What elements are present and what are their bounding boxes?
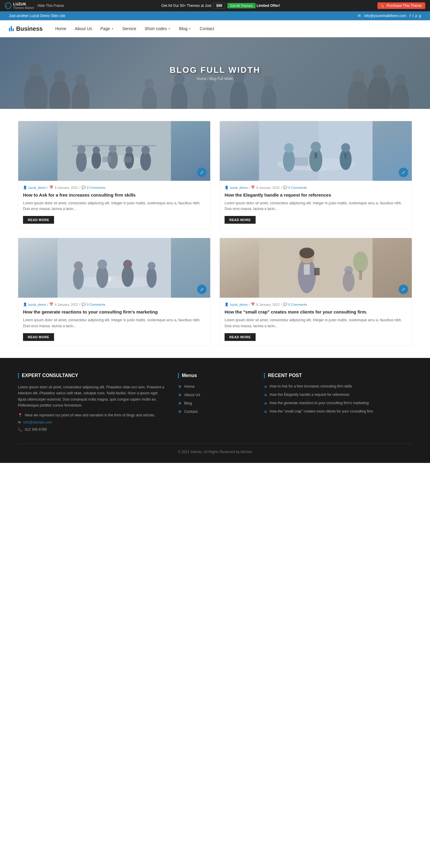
meta-sep-8: / (281, 303, 282, 306)
svg-point-12 (391, 82, 409, 109)
footer-post-3[interactable]: ❖ How the generate reactions to your con… (264, 401, 412, 406)
blog-date-1: 8 January, 2022 (55, 186, 78, 189)
footer: EXPERT CONSULTANCY Lorem ipsum dolor sit… (0, 358, 430, 463)
nav-contact[interactable]: Contact (196, 24, 218, 33)
read-more-button-1[interactable]: READ MORE (23, 216, 54, 224)
footer-menu-blog[interactable]: ❖ Blog (178, 401, 252, 406)
share-button-1[interactable]: ⤢ (197, 167, 207, 177)
blog-date-2: 8 January, 2022 (256, 186, 280, 189)
nav-links: Home About Us Page ▼ Service Short codes… (52, 24, 218, 33)
info-bar-right: ✉ info@youremaildhere.com f t p g (358, 14, 421, 18)
svg-rect-42 (295, 157, 309, 166)
footer-post-label-3: How the generate reactions to your consu… (270, 401, 369, 405)
svg-point-63 (148, 262, 155, 270)
footer-post-1[interactable]: ❖ How to Ask for a free increases consul… (264, 384, 412, 389)
nav-about[interactable]: About Us (71, 24, 95, 33)
read-more-button-3[interactable]: READ MORE (23, 333, 54, 341)
facebook-icon[interactable]: f (410, 14, 410, 18)
blog-comments-2[interactable]: 0 Comments (288, 186, 307, 189)
footer-menu-about[interactable]: ❖ About Us (178, 393, 252, 397)
blog-grid: ⤢ 👤 luzuk_demo / 📅 8 January, 2022 / 💬 0… (18, 121, 412, 346)
get-all-button[interactable]: Get All Themes (227, 3, 256, 8)
nav-shortcodes[interactable]: Short codes ▼ (141, 24, 174, 33)
meta-sep-3: / (249, 186, 250, 189)
nav-service[interactable]: Service (119, 24, 140, 33)
post-icon-3: ❖ (264, 402, 267, 406)
nav-home[interactable]: Home (52, 24, 70, 33)
svg-point-53 (73, 276, 156, 288)
svg-point-23 (264, 76, 274, 86)
gift-icon: 🎁 (381, 4, 385, 8)
user-icon-4: 👤 (225, 303, 229, 306)
footer-phone-item: 📞 012 345 6789 (18, 428, 166, 432)
nav-page[interactable]: Page ▼ (97, 24, 118, 33)
brand-bars-icon (9, 26, 14, 31)
footer-bottom: © 2021 Interrio, All Rights Reserved by … (18, 443, 412, 454)
limited-offer-text: Limited Offer! (257, 4, 280, 8)
nav-contact-label: Contact (200, 26, 214, 31)
breadcrumb-text: Home / Blog Full Width (197, 77, 233, 81)
nav-home-label: Home (55, 26, 66, 31)
menu-arrow-icon-about: ❖ (178, 393, 182, 397)
svg-point-5 (54, 70, 66, 82)
read-more-button-4[interactable]: READ MORE (225, 333, 256, 341)
svg-rect-74 (304, 264, 310, 275)
read-more-button-2[interactable]: READ MORE (225, 216, 256, 224)
pinterest-icon[interactable]: p (415, 14, 418, 18)
purchase-button[interactable]: 🎁 Purchase This Theme (377, 2, 425, 9)
footer-menu-label-contact: Contact (184, 409, 198, 414)
brand: Business (9, 25, 43, 32)
blog-meta-4: 👤 luzuk_demo / 📅 8 January, 2022 / 💬 0 C… (225, 303, 407, 306)
footer-post-label-2: How the Elegantly handle a request for r… (270, 393, 349, 397)
blog-excerpt-1: Lorem ipsum dolor sit amet, consectetur … (23, 200, 205, 212)
brand-name: Business (16, 25, 43, 32)
user-icon-3: 👤 (23, 303, 27, 306)
blog-image-bg-4 (220, 238, 412, 298)
hide-frame-button[interactable]: Hide This Frame (37, 4, 64, 8)
footer-grid: EXPERT CONSULTANCY Lorem ipsum dolor sit… (18, 373, 412, 435)
svg-text:L: L (6, 4, 8, 7)
svg-point-11 (373, 65, 386, 78)
svg-rect-49 (315, 152, 317, 158)
calendar-icon-3: 📅 (49, 303, 53, 306)
svg-point-14 (142, 87, 157, 109)
footer-menu-home[interactable]: ❖ Home (178, 384, 252, 389)
blog-comments-1[interactable]: 0 Comments (87, 186, 106, 189)
twitter-icon[interactable]: t (412, 14, 413, 18)
svg-point-62 (147, 267, 157, 288)
svg-point-16 (171, 82, 188, 109)
svg-point-10 (367, 74, 391, 109)
nav-blog[interactable]: Blog ▼ (176, 24, 195, 33)
admin-bar: L LUZUK Themes Market Hide This Frame Ge… (0, 0, 430, 11)
footer-email[interactable]: info@domain.com (23, 420, 52, 425)
blog-image-3: ⤢ (18, 238, 210, 298)
svg-point-22 (261, 84, 277, 109)
google-icon[interactable]: g (419, 14, 421, 18)
blog-comments-4[interactable]: 0 Comments (288, 303, 307, 306)
user-icon-2: 👤 (225, 186, 229, 189)
nav-about-label: About Us (75, 26, 92, 31)
hero-title: BLOG FULL WIDTH (170, 65, 260, 75)
purchase-label: Purchase This Theme (387, 4, 422, 8)
blog-author-2[interactable]: luzuk_demo (230, 186, 248, 189)
blog-comments-3[interactable]: 0 Comments (87, 303, 106, 306)
footer-post-2[interactable]: ❖ How the Elegantly handle a request for… (264, 393, 412, 397)
svg-point-15 (145, 79, 154, 88)
svg-rect-50 (345, 153, 347, 158)
blog-author-4[interactable]: luzuk_demo (230, 303, 248, 306)
brand-logo: L LUZUK Themes Market (5, 2, 34, 9)
svg-point-36 (142, 146, 150, 154)
footer-expert-title: EXPERT CONSULTANCY (18, 373, 166, 378)
footer-menu-contact[interactable]: ❖ Contact (178, 409, 252, 414)
footer-expert-text: Lorem ipsum dolor sit amet, consectetur … (18, 384, 166, 409)
footer-menu-label-about: About Us (184, 393, 200, 397)
blog-author-1[interactable]: luzuk_demo (28, 186, 46, 189)
footer-post-4[interactable]: ❖ How the "small crap" creates more clie… (264, 409, 412, 414)
svg-rect-67 (359, 271, 362, 280)
blog-author-3[interactable]: luzuk_demo (28, 303, 46, 306)
blog-card-body-2: 👤 luzuk_demo / 📅 8 January, 2022 / 💬 0 C… (220, 181, 412, 228)
blog-image-4: ⤢ (220, 238, 412, 298)
share-button-2[interactable]: ⤢ (399, 167, 408, 177)
info-email: info@youremaildhere.com (364, 14, 406, 18)
meeting-scene-2 (220, 121, 412, 181)
